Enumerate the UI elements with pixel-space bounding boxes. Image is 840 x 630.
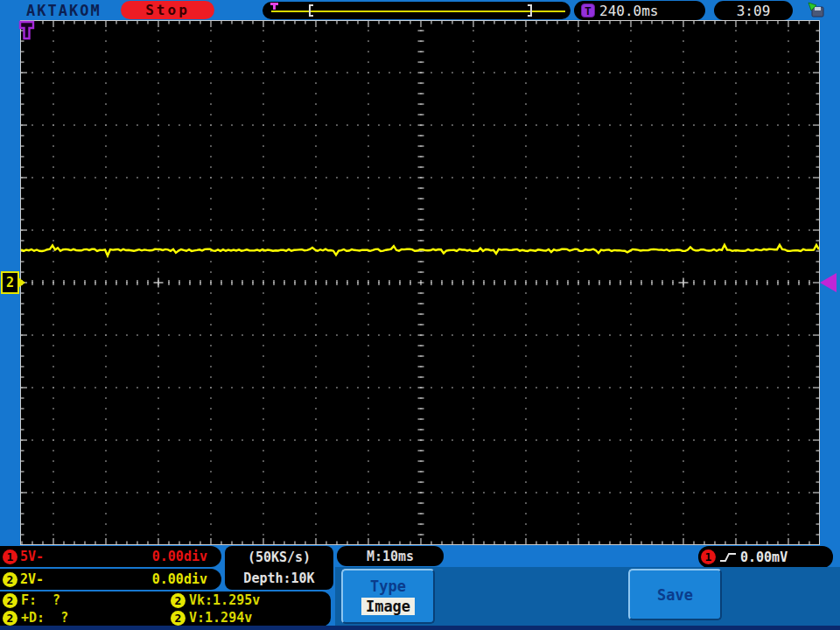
trigger-position-line [271, 10, 565, 12]
type-button[interactable]: Type Image [341, 569, 435, 624]
oscilloscope-screen: AKTAKOM Stop T 240.0ms 3:09 2 [0, 0, 840, 630]
acquisition-info: (50KS/s) Depth:10K [225, 546, 333, 590]
channel2-trace [21, 245, 819, 256]
trigger-position-bar [262, 2, 570, 19]
channel2-position: 0.00div [152, 571, 207, 587]
save-button[interactable]: Save [628, 569, 722, 620]
trigger-level-readout: 1 0.00mV [698, 546, 833, 568]
channel1-status: 1 5V- 0.00div [0, 546, 221, 567]
acquisition-stop-button[interactable]: Stop [121, 1, 214, 19]
trigger-time-value: 240.0ms [599, 3, 658, 19]
brand-logo: AKTAKOM [26, 2, 102, 19]
clock-value: 3:09 [737, 3, 771, 19]
clock-readout: 3:09 [714, 1, 793, 20]
measurement-vk: 2 Vk:1.295v [171, 592, 331, 608]
waveform-display [20, 20, 820, 545]
channel1-position: 0.00div [152, 549, 207, 564]
usb-storage-icon [807, 2, 824, 18]
soft-menu: Type Image Save [335, 567, 840, 626]
trigger-time-readout: T 240.0ms [574, 1, 705, 20]
trigger-offscreen-marker-icon [18, 20, 38, 41]
window-left-bracket-icon [309, 4, 313, 17]
channel2-badge: 2 [3, 572, 18, 587]
measurement-v: 2 V:1.294v [171, 610, 331, 626]
measurement-duty: 2 +D: ? [3, 610, 171, 626]
measure-channel-badge: 2 [171, 611, 186, 626]
timebase-readout: M:10ms [337, 546, 444, 566]
trigger-level-value: 0.00mV [740, 550, 788, 565]
channel1-badge: 1 [3, 550, 18, 564]
rising-edge-icon [719, 551, 737, 564]
type-selected-value: Image [361, 598, 415, 615]
measurement-frequency: 2 F: ? [3, 592, 171, 608]
type-label: Type [370, 578, 406, 595]
window-right-bracket-icon [528, 4, 532, 17]
channel2-status: 2 2V- 0.00div [0, 569, 221, 590]
measure-channel-badge: 2 [171, 593, 186, 608]
save-label: Save [657, 586, 693, 604]
measure-channel-badge: 2 [3, 593, 18, 608]
sample-rate: (50KS/s) [248, 547, 311, 568]
trigger-source-badge: 1 [701, 550, 716, 564]
measure-channel-badge: 2 [3, 611, 18, 626]
bottom-edge-strip [0, 626, 840, 630]
channel2-position-marker: 2 [1, 271, 19, 294]
trigger-t-icon: T [581, 4, 595, 18]
channel2-scale: 2V- [20, 571, 44, 587]
channel1-scale: 5V- [20, 549, 44, 564]
record-depth: Depth:10K [243, 568, 314, 589]
trigger-position-marker-icon [270, 3, 278, 10]
measurements-panel: 2 F: ? 2 Vk:1.295v 2 +D: ? 2 V:1.294v [0, 592, 331, 626]
trigger-level-arrow-icon [820, 273, 836, 292]
stop-label: Stop [145, 2, 190, 18]
graticule [21, 21, 819, 544]
